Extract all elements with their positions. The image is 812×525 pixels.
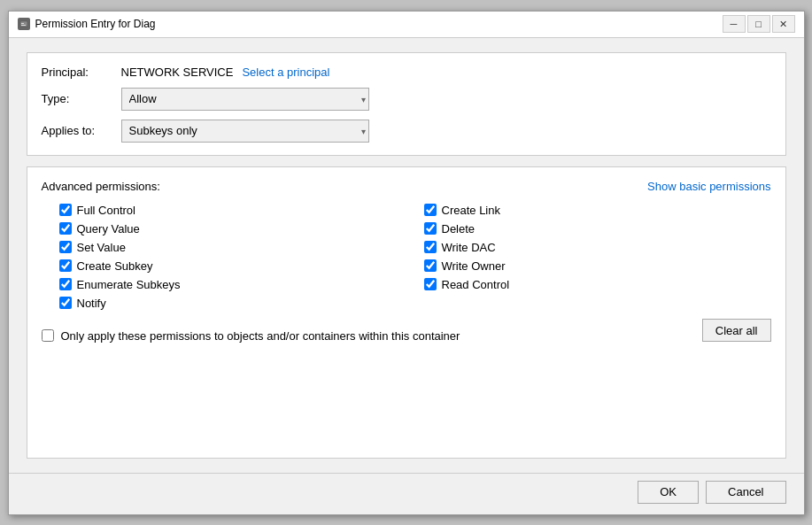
principal-row: Principal: NETWORK SERVICE Select a prin…: [42, 66, 771, 79]
dialog-footer: OK Cancel: [9, 473, 804, 514]
checkbox-write-dac-label: Write DAC: [442, 241, 496, 254]
svg-rect-1: [21, 23, 24, 24]
checkbox-create-subkey: Create Subkey: [59, 259, 406, 273]
checkbox-write-dac: Write DAC: [424, 241, 771, 254]
applies-to-dropdown[interactable]: Subkeys only This key only This key and …: [121, 120, 369, 143]
checkbox-read-control: Read Control: [424, 278, 771, 291]
checkbox-delete-label: Delete: [442, 222, 476, 235]
dialog-body: Principal: NETWORK SERVICE Select a prin…: [9, 38, 804, 473]
title-text: Permission Entry for Diag: [35, 18, 156, 30]
checkbox-delete: Delete: [424, 222, 771, 235]
title-bar-buttons: ─ □ ✕: [723, 15, 795, 33]
checkbox-notify: Notify: [59, 297, 406, 310]
checkbox-create-link-input[interactable]: [424, 204, 437, 216]
checkbox-query-value-label: Query Value: [77, 222, 140, 235]
checkbox-set-value: Set Value: [59, 241, 406, 254]
checkbox-enumerate-subkeys-input[interactable]: [59, 278, 72, 290]
checkbox-notify-label: Notify: [77, 297, 106, 310]
clear-all-button[interactable]: Clear all: [702, 319, 771, 342]
applies-to-row: Applies to: Subkeys only This key only T…: [42, 120, 771, 143]
type-row: Type: Allow Deny ▾: [42, 88, 771, 111]
checkbox-create-subkey-input[interactable]: [59, 259, 72, 272]
checkbox-set-value-label: Set Value: [77, 241, 126, 254]
type-dropdown[interactable]: Allow Deny: [121, 88, 369, 111]
checkbox-create-subkey-label: Create Subkey: [77, 259, 153, 273]
applies-to-dropdown-wrapper: Subkeys only This key only This key and …: [121, 120, 369, 143]
title-bar: Permission Entry for Diag ─ □ ✕: [9, 12, 804, 38]
minimize-button[interactable]: ─: [723, 15, 746, 33]
checkbox-notify-input[interactable]: [59, 297, 72, 309]
form-section: Principal: NETWORK SERVICE Select a prin…: [27, 52, 786, 156]
checkbox-enumerate-subkeys: Enumerate Subkeys: [59, 278, 406, 291]
only-apply-label: Only apply these permissions to objects …: [61, 329, 460, 343]
checkboxes-grid: Full Control Create Link Query Value Del…: [42, 204, 771, 310]
cancel-button[interactable]: Cancel: [706, 481, 785, 504]
checkbox-enumerate-subkeys-label: Enumerate Subkeys: [77, 278, 181, 291]
select-principal-link[interactable]: Select a principal: [242, 66, 329, 79]
show-basic-permissions-link[interactable]: Show basic permissions: [647, 180, 770, 193]
checkbox-read-control-input[interactable]: [424, 278, 437, 290]
checkbox-full-control-input[interactable]: [59, 204, 72, 216]
dialog-window: Permission Entry for Diag ─ □ ✕ Principa…: [8, 11, 805, 515]
permissions-title: Advanced permissions:: [42, 180, 160, 193]
checkbox-read-control-label: Read Control: [442, 278, 510, 291]
type-dropdown-wrapper: Allow Deny ▾: [121, 88, 369, 111]
principal-label: Principal:: [42, 66, 121, 79]
checkbox-write-owner-input[interactable]: [424, 259, 437, 272]
only-apply-checkbox[interactable]: [42, 329, 54, 342]
ok-button[interactable]: OK: [638, 481, 699, 504]
maximize-button[interactable]: □: [747, 15, 770, 33]
checkbox-create-link-label: Create Link: [442, 204, 500, 217]
permissions-header: Advanced permissions: Show basic permiss…: [42, 180, 771, 193]
permissions-section: Advanced permissions: Show basic permiss…: [27, 166, 786, 459]
close-button[interactable]: ✕: [772, 15, 795, 33]
checkbox-full-control-label: Full Control: [77, 204, 135, 217]
checkbox-write-dac-input[interactable]: [424, 241, 437, 253]
permissions-footer: Only apply these permissions to objects …: [42, 319, 771, 343]
type-label: Type:: [42, 92, 121, 105]
checkbox-set-value-input[interactable]: [59, 241, 72, 253]
principal-value: NETWORK SERVICE: [121, 66, 234, 79]
checkbox-full-control: Full Control: [59, 204, 406, 217]
checkbox-create-link: Create Link: [424, 204, 771, 217]
checkbox-query-value: Query Value: [59, 222, 406, 235]
checkbox-write-owner-label: Write Owner: [442, 259, 506, 273]
applies-to-label: Applies to:: [42, 124, 121, 137]
checkbox-delete-input[interactable]: [424, 222, 437, 235]
svg-rect-2: [21, 25, 26, 26]
checkbox-query-value-input[interactable]: [59, 222, 72, 235]
dialog-icon: [18, 18, 30, 30]
checkbox-write-owner: Write Owner: [424, 259, 771, 273]
title-bar-left: Permission Entry for Diag: [18, 18, 156, 30]
only-apply-row: Only apply these permissions to objects …: [42, 329, 460, 343]
